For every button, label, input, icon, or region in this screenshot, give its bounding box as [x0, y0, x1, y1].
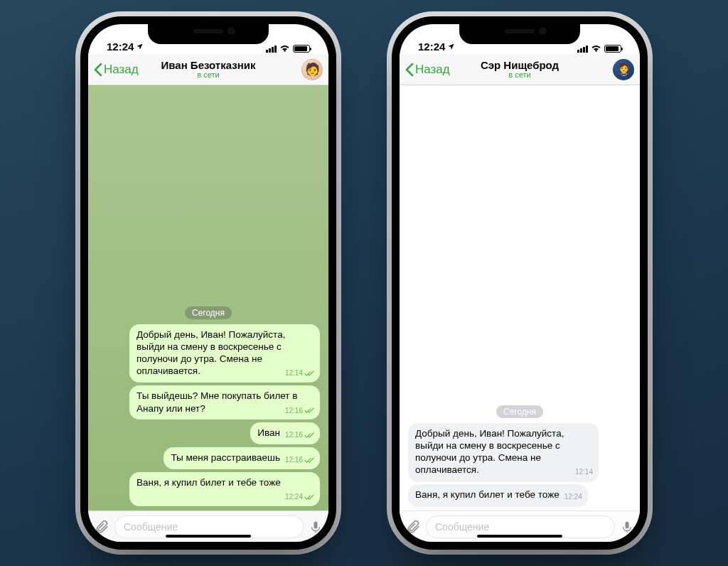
- read-ticks-icon: [304, 407, 314, 414]
- message-bubble[interactable]: Ваня, я купил билет и тебе тоже 12:24: [408, 484, 588, 506]
- back-label: Назад: [415, 63, 450, 77]
- message-time: 12:16: [285, 407, 303, 416]
- notch: [148, 24, 269, 44]
- read-ticks-icon: [304, 370, 314, 377]
- screen: 12:24 Назад Сэр Нищеброд в сети 🤵: [400, 24, 640, 542]
- message-text: Ты выйдешь? Мне покупать билет в Анапу и…: [136, 390, 297, 413]
- contact-presence: в сети: [481, 71, 559, 80]
- message-time: 12:14: [285, 369, 303, 378]
- avatar[interactable]: 🧑: [301, 59, 323, 80]
- message-time: 12:24: [564, 493, 582, 502]
- message-text: Ваня, я купил билет и тебе тоже: [136, 477, 281, 488]
- message-bubble[interactable]: Иван 12:16: [250, 422, 320, 444]
- signal-icon: [577, 46, 588, 53]
- message-text: Добрый день, Иван! Пожалуйста, выйди на …: [136, 329, 285, 377]
- read-ticks-icon: [304, 494, 314, 501]
- status-time: 12:24: [107, 41, 144, 53]
- message-text: Ты меня расстраиваешь: [171, 452, 280, 463]
- home-indicator[interactable]: [477, 535, 562, 538]
- home-indicator[interactable]: [166, 535, 251, 538]
- paperclip-icon: [405, 519, 421, 535]
- chat-header: Назад Иван Безотказник в сети 🧑: [88, 54, 328, 85]
- status-time: 12:24: [418, 41, 455, 53]
- message-text: Ваня, я купил билет и тебе тоже: [415, 489, 560, 500]
- location-icon: [136, 43, 144, 50]
- phone-mockup: 12:24 Назад Сэр Нищеброд в сети 🤵: [392, 16, 648, 550]
- voice-button[interactable]: [620, 519, 634, 535]
- paperclip-icon: [94, 519, 109, 535]
- message-time: 12:14: [575, 468, 593, 477]
- contact-name[interactable]: Сэр Нищеброд: [481, 60, 559, 71]
- back-button[interactable]: Назад: [94, 63, 139, 77]
- attach-button[interactable]: [405, 519, 421, 535]
- chat-body[interactable]: Сегодня Добрый день, Иван! Пожалуйста, в…: [88, 85, 328, 511]
- mic-icon: [309, 519, 323, 535]
- contact-name[interactable]: Иван Безотказник: [161, 60, 256, 71]
- mic-icon: [620, 519, 634, 535]
- back-button[interactable]: Назад: [405, 63, 450, 77]
- message-bubble[interactable]: Ты выйдешь? Мне покупать билет в Анапу и…: [129, 385, 320, 420]
- attach-button[interactable]: [94, 519, 109, 535]
- message-time: 12:24: [285, 493, 303, 502]
- message-time: 12:16: [285, 456, 303, 465]
- chat-body[interactable]: Сегодня Добрый день, Иван! Пожалуйста, в…: [400, 85, 640, 511]
- screen: 12:24 Назад Иван Безотказник в сети 🧑: [88, 24, 328, 542]
- message-bubble[interactable]: Ваня, я купил билет и тебе тоже 12:24: [129, 472, 320, 506]
- chevron-left-icon: [94, 63, 102, 77]
- message-text: Иван: [257, 427, 280, 438]
- read-ticks-icon: [304, 457, 314, 464]
- contact-presence: в сети: [161, 71, 256, 80]
- chevron-left-icon: [405, 63, 414, 77]
- phone-mockup: 12:24 Назад Иван Безотказник в сети 🧑: [80, 16, 336, 550]
- notch: [459, 24, 580, 44]
- wifi-icon: [591, 45, 601, 53]
- avatar[interactable]: 🤵: [613, 59, 634, 80]
- chat-header: Назад Сэр Нищеброд в сети 🤵: [400, 54, 640, 85]
- date-separator: Сегодня: [185, 306, 232, 319]
- message-bubble[interactable]: Добрый день, Иван! Пожалуйста, выйди на …: [129, 324, 320, 383]
- wifi-icon: [279, 45, 290, 53]
- message-time: 12:16: [285, 431, 303, 440]
- voice-button[interactable]: [309, 519, 323, 535]
- back-label: Назад: [104, 63, 139, 77]
- message-bubble[interactable]: Ты меня расстраиваешь 12:16: [164, 447, 320, 469]
- message-text: Добрый день, Иван! Пожалуйста, выйди на …: [415, 428, 564, 476]
- date-separator: Сегодня: [496, 405, 543, 418]
- read-ticks-icon: [304, 432, 314, 439]
- battery-icon: [293, 45, 310, 53]
- signal-icon: [266, 46, 277, 53]
- message-bubble[interactable]: Добрый день, Иван! Пожалуйста, выйди на …: [408, 423, 599, 482]
- location-icon: [447, 43, 455, 50]
- battery-icon: [604, 45, 621, 53]
